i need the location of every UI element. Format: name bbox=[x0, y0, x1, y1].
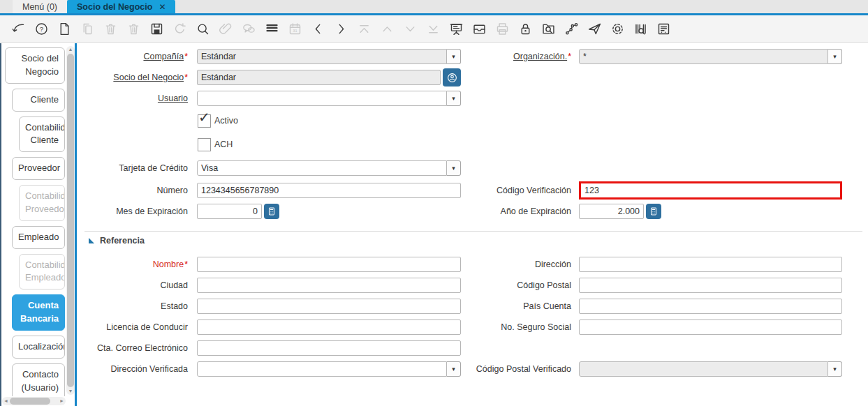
find-icon[interactable] bbox=[191, 18, 214, 39]
sidebar-tab-empleado[interactable]: Empleado bbox=[12, 226, 65, 249]
scroll-up-icon[interactable]: ▲ bbox=[66, 46, 75, 53]
help-icon[interactable]: ? bbox=[30, 18, 53, 39]
row-expiracion: Mes de Expiración Año de Expiración bbox=[84, 201, 868, 222]
direccion-input[interactable] bbox=[579, 257, 842, 272]
ach-checkbox[interactable]: ✓ bbox=[198, 138, 211, 151]
calculator-button[interactable] bbox=[646, 204, 661, 219]
highlight-box bbox=[579, 181, 842, 200]
codigo-postal-input[interactable] bbox=[579, 278, 842, 293]
log-icon[interactable] bbox=[652, 18, 675, 39]
save-icon[interactable] bbox=[145, 18, 168, 39]
tarjeta-credito-input[interactable] bbox=[197, 160, 447, 176]
previous-record-icon[interactable] bbox=[307, 18, 330, 39]
refresh-icon bbox=[168, 18, 191, 39]
usuario-label[interactable]: Usuario bbox=[158, 93, 188, 103]
sidebar-tab-contabilidad-cliente[interactable]: Contabilidad Cliente bbox=[19, 116, 65, 153]
scroll-left-icon[interactable]: ◄ bbox=[3, 397, 8, 405]
chevron-down-icon[interactable]: ▾ bbox=[447, 91, 461, 106]
archive-icon[interactable] bbox=[468, 18, 491, 39]
organizacion-combobox: ▾ bbox=[579, 49, 842, 64]
next-record-icon[interactable] bbox=[330, 18, 353, 39]
horizontal-scroll-thumb[interactable] bbox=[10, 398, 50, 405]
compania-label[interactable]: Compañía bbox=[143, 52, 184, 61]
chevron-down-icon[interactable]: ▾ bbox=[447, 361, 461, 377]
ano-expiracion-input[interactable] bbox=[579, 204, 644, 219]
undo-icon[interactable] bbox=[7, 18, 30, 39]
socio-negocio-input[interactable] bbox=[197, 70, 441, 85]
pais-cuenta-label: País Cuenta bbox=[523, 301, 571, 311]
sidebar-tab-contacto-usuario[interactable]: Contacto (Usuario) bbox=[12, 363, 65, 396]
mes-expiracion-label: Mes de Expiración bbox=[116, 206, 188, 216]
last-record-icon bbox=[422, 18, 445, 39]
zoom-across-icon[interactable] bbox=[537, 18, 560, 39]
delete-record-icon bbox=[99, 18, 122, 39]
tab-menu[interactable]: Menú (0) bbox=[13, 0, 67, 13]
activo-label: Activo bbox=[214, 116, 238, 126]
numero-label: Número bbox=[157, 186, 188, 195]
licencia-conducir-input[interactable] bbox=[197, 319, 461, 335]
codigo-postal-label: Código Postal bbox=[517, 280, 571, 290]
nombre-input[interactable] bbox=[197, 257, 461, 272]
mes-expiracion-input[interactable] bbox=[197, 204, 262, 219]
sidebar-tab-contabilidad-empleado: Contabilidad Empleado bbox=[19, 254, 65, 290]
sidebar-tab-socio-del-negocio[interactable]: Socio del Negocio bbox=[5, 47, 65, 84]
sidebar-horizontal-scrollbar[interactable]: ◄ ► bbox=[2, 397, 66, 405]
compania-input[interactable] bbox=[197, 49, 447, 64]
scroll-right-icon[interactable]: ► bbox=[59, 397, 64, 405]
calculator-button[interactable] bbox=[264, 204, 279, 219]
codigo-verificacion-input[interactable] bbox=[581, 183, 840, 197]
report-icon[interactable] bbox=[445, 18, 468, 39]
referencia-group-header[interactable]: Referencia bbox=[84, 233, 868, 248]
row-socio-negocio: Socio del Negocio* bbox=[84, 67, 868, 88]
sidebar-tab-localizacion[interactable]: Localización bbox=[12, 336, 65, 359]
business-partner-info-button[interactable] bbox=[443, 68, 461, 87]
codigo-postal-verificado-input[interactable] bbox=[579, 361, 828, 377]
request-icon[interactable] bbox=[583, 18, 606, 39]
workflow-icon[interactable] bbox=[560, 18, 583, 39]
lock-icon[interactable] bbox=[514, 18, 537, 39]
customize-icon[interactable] bbox=[606, 18, 629, 39]
sidebar-vertical-scrollbar[interactable]: ▲ ▼ bbox=[66, 46, 75, 395]
chevron-down-icon[interactable]: ▾ bbox=[447, 160, 461, 176]
usuario-input[interactable] bbox=[197, 91, 447, 106]
organizacion-input[interactable] bbox=[579, 49, 828, 64]
tab-socio-del-negocio[interactable]: Socio del Negocio ✕ bbox=[67, 0, 175, 13]
row-ach: ✓ ACH bbox=[84, 133, 868, 156]
chevron-down-icon[interactable]: ▾ bbox=[447, 49, 461, 64]
direccion-verificada-input[interactable] bbox=[197, 361, 447, 377]
form-panel: Compañía* ▾ Organización.* ▾ Socio del N… bbox=[79, 43, 868, 406]
vertical-scroll-thumb[interactable] bbox=[67, 54, 74, 387]
row-compania-organizacion: Compañía* ▾ Organización.* ▾ bbox=[84, 46, 868, 67]
close-tab-icon[interactable]: ✕ bbox=[159, 2, 165, 12]
chevron-down-icon[interactable]: ▾ bbox=[828, 361, 842, 377]
seguro-social-input[interactable] bbox=[579, 319, 842, 335]
correo-electronico-input[interactable] bbox=[197, 340, 461, 356]
seguro-social-label: No. Seguro Social bbox=[501, 322, 571, 332]
scroll-down-icon[interactable]: ▼ bbox=[66, 388, 75, 395]
estado-input[interactable] bbox=[197, 299, 461, 314]
chevron-down-icon[interactable]: ▾ bbox=[828, 49, 842, 64]
product-info-icon[interactable] bbox=[629, 18, 652, 39]
grid-toggle-icon[interactable] bbox=[260, 18, 284, 39]
row-correo: Cta. Correo Electrónico bbox=[84, 338, 868, 359]
required-marker: * bbox=[184, 73, 188, 82]
window-tab-strip: Menú (0) Socio del Negocio ✕ bbox=[0, 0, 868, 15]
collapse-triangle-icon[interactable] bbox=[89, 238, 94, 243]
sidebar-tab-cliente[interactable]: Cliente bbox=[12, 89, 65, 112]
new-record-icon[interactable] bbox=[53, 18, 76, 39]
sidebar-tab-proveedor[interactable]: Proveedor bbox=[12, 157, 65, 180]
sidebar-tab-cuenta-bancaria[interactable]: Cuenta Bancaria bbox=[12, 294, 65, 331]
required-marker: * bbox=[568, 52, 571, 61]
calculator-icon bbox=[649, 206, 659, 216]
required-marker: * bbox=[184, 52, 188, 61]
organizacion-label[interactable]: Organización. bbox=[513, 52, 567, 61]
numero-input[interactable] bbox=[197, 183, 461, 198]
socio-negocio-label[interactable]: Socio del Negocio bbox=[113, 73, 184, 82]
print-icon bbox=[491, 18, 514, 39]
pais-cuenta-input[interactable] bbox=[579, 299, 842, 314]
check-mark-icon: ✓ bbox=[198, 109, 210, 126]
toolbar: ?31 bbox=[0, 15, 868, 43]
ciudad-input[interactable] bbox=[197, 278, 461, 293]
activo-checkbox[interactable]: ✓ bbox=[198, 114, 211, 128]
calendar-icon: 31 bbox=[284, 18, 307, 39]
